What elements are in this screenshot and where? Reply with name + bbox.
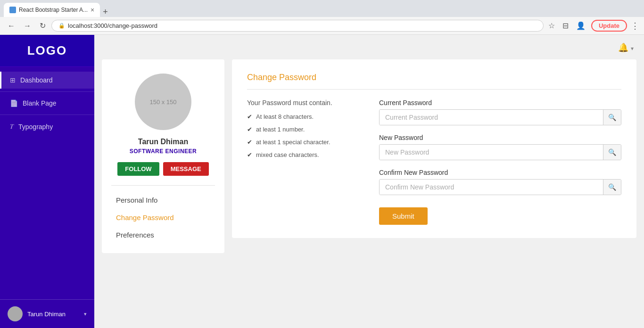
profile-link-preferences[interactable]: Preferences [116,226,210,244]
sidebar-item-dashboard[interactable]: ⊞ Dashboard [0,72,94,89]
nav-icons: ☆ ⊟ 👤 Update ⋮ [546,19,639,32]
main-content: 🔔 ▾ 150 x 150 Tarun Dhiman SOFTWARE ENGI… [94,35,644,328]
typography-icon: 𝑇 [10,123,14,131]
sidebar-caret-icon: ▾ [84,311,87,317]
forward-btn[interactable]: → [21,20,34,32]
update-btn[interactable]: Update [591,20,627,32]
eye-icon-2: 🔍 [608,148,616,156]
follow-btn[interactable]: FOLLOW [117,162,159,176]
current-password-group: Current Password 🔍 [379,99,621,125]
section-title: Change Password [247,73,621,90]
sidebar-divider-2 [0,115,94,115]
top-bar: 🔔 ▾ [102,42,636,53]
profile-avatar: 150 x 150 [135,74,191,130]
sidebar-logo: LOGO [0,35,94,67]
navigation-bar: ← → ↻ 🔒 localhost:3000/change-password ☆… [0,17,644,35]
new-password-input-wrapper: 🔍 [379,144,621,160]
sidebar-footer[interactable]: Tarun Dhiman ▾ [0,299,94,328]
eye-icon-3: 🔍 [608,183,616,191]
account-btn[interactable]: 👤 [574,19,587,32]
profile-grid: 150 x 150 Tarun Dhiman SOFTWARE ENGINEER… [102,59,636,253]
profile-card: 150 x 150 Tarun Dhiman SOFTWARE ENGINEER… [102,59,224,253]
tab-bar: React Bootstrap Starter A... × + [0,0,644,17]
new-password-group: New Password 🔍 [379,134,621,160]
address-text: localhost:3000/change-password [68,22,537,29]
tab-close-btn[interactable]: × [91,6,94,14]
bell-btn[interactable]: 🔔 ▾ [618,42,634,53]
current-password-toggle-btn[interactable]: 🔍 [603,110,621,125]
active-tab[interactable]: React Bootstrap Starter A... × [4,3,100,17]
rule-text-1: At least 8 characters. [256,113,314,120]
check-icon-2: ✔ [247,126,252,133]
sidebar-item-blank-page[interactable]: 📄 Blank Page [0,95,94,112]
rule-text-4: mixed case characters. [256,151,319,158]
confirm-password-toggle-btn[interactable]: 🔍 [603,180,621,195]
dashboard-icon: ⊞ [10,76,16,84]
rule-1: ✔ At least 8 characters. [247,113,360,120]
profile-avatar-container: 150 x 150 [111,74,215,130]
blank-page-icon: 📄 [10,99,18,107]
eye-icon-1: 🔍 [608,114,616,121]
profile-link-personal-info[interactable]: Personal Info [116,191,210,209]
app-layout: LOGO ⊞ Dashboard 📄 Blank Page 𝑇 Typograp… [0,35,644,328]
profile-name: Tarun Dhiman [111,138,215,146]
sidebar-item-label-dashboard: Dashboard [20,76,53,84]
message-btn[interactable]: MESSAGE [163,162,209,176]
back-btn[interactable]: ← [5,20,18,32]
profile-divider [111,185,215,186]
submit-btn[interactable]: Submit [379,207,428,225]
rule-text-3: at least 1 special character. [256,139,330,146]
check-icon-4: ✔ [247,151,252,158]
password-card: Change Password Your Password must conta… [232,59,636,238]
profile-link-change-password[interactable]: Change Password [116,209,210,226]
rule-2: ✔ at least 1 number. [247,126,360,133]
rules-title: Your Password must contain. [247,99,360,107]
new-tab-btn[interactable]: + [100,7,111,17]
sidebar-divider-1 [0,91,94,92]
rule-4: ✔ mixed case characters. [247,151,360,158]
rule-text-2: at least 1 number. [256,126,305,133]
current-password-input[interactable] [380,110,603,125]
reload-btn[interactable]: ↻ [37,19,49,32]
address-bar[interactable]: 🔒 localhost:3000/change-password [51,20,544,32]
sidebar-nav: ⊞ Dashboard 📄 Blank Page 𝑇 Typography [0,67,94,299]
profile-links: Personal Info Change Password Preference… [111,191,215,244]
new-password-toggle-btn[interactable]: 🔍 [603,145,621,160]
confirm-password-label: Confirm New Password [379,169,621,176]
bell-caret-icon: ▾ [631,45,634,52]
confirm-password-input-wrapper: 🔍 [379,179,621,195]
sidebar-username: Tarun Dhiman [27,311,79,318]
profile-actions: FOLLOW MESSAGE [111,162,215,176]
sidebar: LOGO ⊞ Dashboard 📄 Blank Page 𝑇 Typograp… [0,35,94,328]
star-btn[interactable]: ☆ [546,19,557,32]
cast-btn[interactable]: ⊟ [561,19,570,32]
sidebar-item-typography[interactable]: 𝑇 Typography [0,118,94,135]
tab-title: React Bootstrap Starter A... [19,7,88,13]
new-password-input[interactable] [380,145,603,160]
bell-icon: 🔔 [618,43,628,52]
confirm-password-group: Confirm New Password 🔍 [379,169,621,195]
sidebar-item-label-blank: Blank Page [23,99,57,107]
check-icon-3: ✔ [247,139,252,146]
sidebar-item-label-typography: Typography [18,123,53,131]
lock-icon: 🔒 [58,23,65,29]
sidebar-user-avatar [8,306,23,321]
rule-3: ✔ at least 1 special character. [247,139,360,146]
tab-favicon [9,7,16,13]
profile-role: SOFTWARE ENGINEER [111,148,215,155]
current-password-label: Current Password [379,99,621,107]
form-fields: Current Password 🔍 New Password [379,99,621,225]
avatar-label: 150 x 150 [149,98,176,106]
check-icon-1: ✔ [247,113,252,120]
password-rules: Your Password must contain. ✔ At least 8… [247,99,360,225]
menu-btn[interactable]: ⋮ [631,21,639,31]
new-password-label: New Password [379,134,621,141]
form-content: Your Password must contain. ✔ At least 8… [247,99,621,225]
current-password-input-wrapper: 🔍 [379,109,621,125]
confirm-password-input[interactable] [380,180,603,195]
